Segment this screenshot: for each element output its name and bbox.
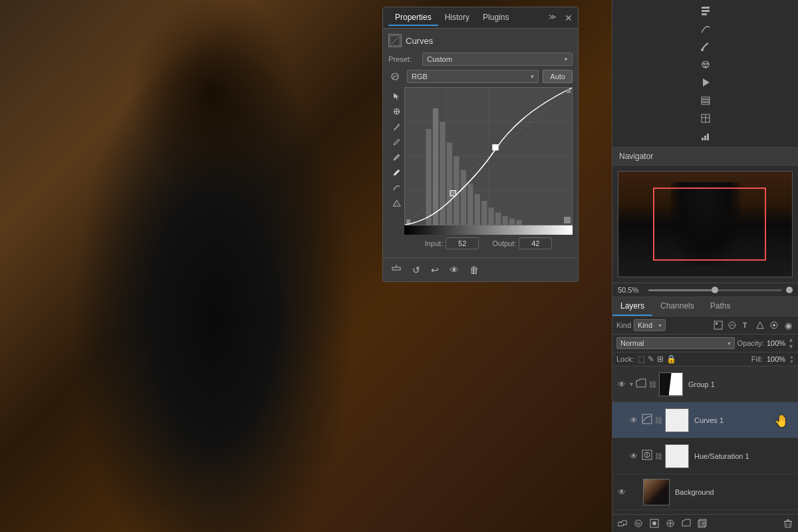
kind-select[interactable]: Kind bbox=[634, 319, 666, 331]
lock-all-icon[interactable]: 🔒 bbox=[666, 354, 676, 364]
blend-mode-select[interactable]: Normal Multiply Screen Overlay bbox=[616, 337, 735, 349]
visibility-button[interactable]: 👁 bbox=[447, 263, 462, 277]
filter-shape-icon[interactable] bbox=[754, 319, 766, 331]
new-layer-button[interactable] bbox=[696, 517, 708, 529]
delete-button[interactable]: 🗑 bbox=[467, 263, 481, 277]
layer-chain-curves1[interactable]: ⛓ bbox=[655, 416, 662, 424]
panel-close-button[interactable]: ✕ bbox=[565, 13, 573, 23]
layer-visibility-bg[interactable]: 👁 bbox=[616, 487, 627, 497]
layers-bottom-toolbar: fx bbox=[612, 514, 798, 532]
curve-corner-handle-br[interactable] bbox=[564, 217, 571, 223]
svg-rect-51 bbox=[716, 323, 718, 325]
layer-item-background[interactable]: 👁 Background bbox=[612, 474, 798, 510]
input-field: Input: bbox=[425, 237, 479, 249]
curves-smooth-tool[interactable] bbox=[390, 181, 403, 194]
layers-list: 👁 ▾ ⛓ Group 1 👁 ⛓ Curves 1 bbox=[612, 366, 798, 514]
tab-properties[interactable]: Properties bbox=[388, 10, 438, 26]
delete-layer-button[interactable] bbox=[782, 517, 794, 529]
layer-item-huesat[interactable]: 👁 ⛓ Hue/Saturation 1 bbox=[612, 438, 798, 474]
lock-position-icon[interactable]: ✎ bbox=[648, 354, 654, 364]
brush-icon[interactable] bbox=[698, 39, 714, 55]
layer-chain-huesat[interactable]: ⛓ bbox=[655, 452, 662, 460]
panel-expand-icon[interactable]: ≫ bbox=[549, 13, 557, 23]
channel-select[interactable]: RGB Red Green Blue bbox=[407, 70, 539, 83]
curves-eyedropper-gray[interactable] bbox=[390, 150, 403, 164]
layer-chain-group1[interactable]: ⛓ bbox=[649, 380, 656, 388]
tab-plugins[interactable]: Plugins bbox=[476, 10, 515, 26]
zoom-slider-track bbox=[648, 289, 716, 291]
panel-tab-bar: Properties History Plugins ≫ ✕ bbox=[383, 7, 578, 29]
histogram-icon[interactable] bbox=[698, 128, 714, 144]
new-group-button[interactable] bbox=[680, 517, 692, 529]
svg-rect-27 bbox=[516, 220, 521, 225]
properties-panel: Properties History Plugins ≫ ✕ Curves bbox=[382, 7, 579, 282]
filter-active-toggle[interactable]: ◉ bbox=[782, 319, 794, 331]
layer-item-group1[interactable]: 👁 ▾ ⛓ Group 1 bbox=[612, 366, 798, 402]
curves-eyedropper-white[interactable] bbox=[390, 166, 403, 179]
layer-visibility-huesat[interactable]: 👁 bbox=[628, 451, 639, 462]
table-icon[interactable] bbox=[698, 110, 714, 126]
color-icon[interactable] bbox=[698, 57, 714, 72]
auto-button[interactable]: Auto bbox=[543, 70, 573, 83]
curves-add-point-tool[interactable] bbox=[390, 104, 403, 118]
play-icon[interactable] bbox=[698, 74, 714, 90]
opacity-value[interactable]: 100% bbox=[767, 339, 785, 347]
clip-to-layer-button[interactable] bbox=[388, 262, 404, 277]
svg-rect-24 bbox=[495, 212, 501, 225]
filter-adjustment-icon[interactable] bbox=[726, 319, 738, 331]
refresh-button[interactable]: ↺ bbox=[410, 263, 423, 277]
svg-rect-41 bbox=[702, 97, 710, 99]
curve-corner-handle-tr[interactable] bbox=[567, 89, 571, 93]
lock-artboard-icon[interactable]: ⊞ bbox=[657, 354, 664, 364]
layer-visibility-curves1[interactable]: 👁 bbox=[628, 415, 639, 426]
filter-pixel-icon[interactable] bbox=[712, 319, 724, 331]
curve-corner-handle-bl[interactable] bbox=[406, 219, 410, 223]
io-row: Input: Output: bbox=[404, 237, 573, 249]
layer-filter-icons: T ◉ bbox=[712, 319, 794, 331]
output-value[interactable] bbox=[519, 237, 552, 249]
main-canvas: Properties History Plugins ≫ ✕ Curves bbox=[0, 0, 612, 532]
curves-graph-area: Input: Output: bbox=[404, 87, 573, 252]
curves-auto-adjust-icon[interactable] bbox=[388, 70, 402, 83]
properties-icon[interactable] bbox=[698, 3, 714, 19]
svg-rect-50 bbox=[714, 321, 722, 329]
curves-warning-icon[interactable]: ! bbox=[390, 196, 403, 209]
new-fill-layer-button[interactable] bbox=[664, 517, 676, 529]
output-field: Output: bbox=[492, 237, 552, 249]
filter-type-icon[interactable]: T bbox=[740, 319, 752, 331]
layers-icon-tool[interactable] bbox=[698, 92, 714, 108]
svg-point-52 bbox=[729, 322, 735, 329]
fill-value[interactable]: 100% bbox=[767, 355, 785, 363]
input-value[interactable] bbox=[446, 237, 479, 249]
svg-rect-15 bbox=[433, 108, 438, 225]
curves-pencil-tool[interactable] bbox=[390, 120, 403, 133]
layer-item-curves1[interactable]: 👁 ⛓ Curves 1 🤚 bbox=[612, 402, 798, 438]
svg-text:T: T bbox=[743, 322, 747, 329]
svg-rect-19 bbox=[461, 170, 466, 225]
preset-select[interactable]: Custom Default Strong Contrast Linear Co… bbox=[422, 53, 573, 66]
tab-paths[interactable]: Paths bbox=[702, 297, 739, 316]
curves-pointer-tool[interactable] bbox=[390, 89, 403, 102]
navigator-header[interactable]: Navigator bbox=[612, 148, 798, 166]
filter-smart-icon[interactable] bbox=[768, 319, 780, 331]
svg-rect-29 bbox=[493, 144, 498, 150]
layer-visibility-group1[interactable]: 👁 bbox=[616, 379, 627, 390]
svg-rect-30 bbox=[392, 267, 400, 270]
curves-graph[interactable] bbox=[404, 87, 573, 225]
link-layers-button[interactable] bbox=[616, 517, 628, 529]
zoom-max-icon[interactable] bbox=[786, 287, 793, 293]
add-style-button[interactable]: fx bbox=[632, 517, 644, 529]
layer-expand-group1[interactable]: ▾ bbox=[630, 380, 633, 388]
add-mask-button[interactable] bbox=[648, 517, 660, 529]
tab-channels[interactable]: Channels bbox=[652, 297, 702, 316]
curves-icon[interactable] bbox=[698, 21, 714, 37]
reset-button[interactable]: ↩ bbox=[428, 263, 442, 277]
svg-rect-47 bbox=[702, 138, 704, 140]
tab-history[interactable]: History bbox=[438, 10, 476, 26]
zoom-slider[interactable] bbox=[648, 289, 782, 291]
curves-eyedropper-black[interactable] bbox=[390, 135, 403, 148]
svg-text:fx: fx bbox=[636, 521, 640, 527]
tab-layers[interactable]: Layers bbox=[612, 297, 652, 316]
navigator-viewport-box[interactable] bbox=[653, 188, 766, 261]
lock-pixels-icon[interactable]: ⬚ bbox=[638, 354, 645, 364]
